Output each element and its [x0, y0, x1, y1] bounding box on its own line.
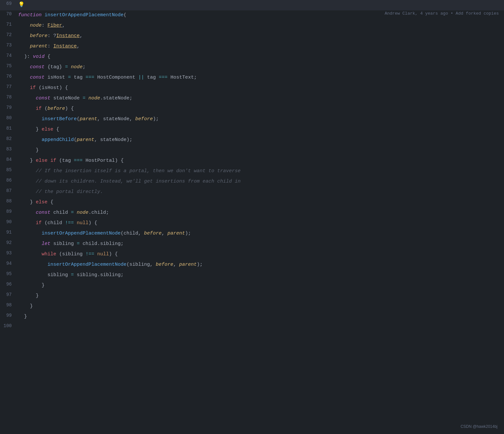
- watermark: CSDN @hawk2014bj: [460, 424, 497, 429]
- line-number-96: 96: [0, 281, 17, 287]
- line-number-79: 79: [0, 104, 17, 110]
- var-before-94: before: [156, 262, 173, 267]
- line-number-70: 70: [0, 11, 17, 17]
- line-number-100: 100: [0, 323, 17, 328]
- line-number-83: 83: [0, 146, 17, 152]
- line-number-82: 82: [0, 135, 17, 141]
- line-number-75: 75: [0, 63, 17, 69]
- var-before-79: before: [47, 106, 65, 111]
- keyword-if-90: if: [36, 220, 42, 226]
- line-content-95: sibling = sibling.sibling;: [17, 271, 504, 280]
- op-eq-78: =: [83, 96, 86, 101]
- comment-85: // If the insertion itself is a portal, …: [36, 168, 241, 174]
- func-name-insert: insertOrAppendPlacementNode: [45, 12, 124, 18]
- var-parent-91: parent: [167, 231, 185, 236]
- func-insert-91: insertOrAppendPlacementNode: [42, 231, 121, 236]
- code-line-96: 96 }: [0, 281, 504, 291]
- line-number-80: 80: [0, 115, 17, 121]
- line-number-94: 94: [0, 260, 17, 266]
- line-content-90: if (child !== null) {: [17, 219, 504, 228]
- code-line-100: 100: [0, 322, 504, 333]
- line-number-84: 84: [0, 156, 17, 162]
- code-line-90: 90 if (child !== null) {: [0, 218, 504, 229]
- keyword-const-78: const: [36, 96, 50, 101]
- var-parent-80: parent: [80, 116, 97, 122]
- line-content-96: }: [17, 281, 504, 290]
- line-content-99: }: [17, 312, 504, 321]
- line-content-77: if (isHost) {: [17, 83, 504, 93]
- line-content-83: }: [17, 146, 504, 155]
- op-eq3-76b: ===: [159, 75, 167, 80]
- op-eq3-76a: ===: [86, 75, 94, 80]
- line-content-76: const isHost = tag === HostComponent || …: [17, 73, 504, 82]
- op-neq-93: !==: [86, 251, 94, 257]
- keyword-if-77: if: [30, 85, 36, 91]
- line-content-73: parent: Instance,: [17, 42, 504, 51]
- var-before-80: before: [135, 116, 153, 122]
- line-content-80: insertBefore(parent, stateNode, before);: [17, 115, 504, 124]
- null-90: null: [77, 220, 88, 226]
- code-line-69: 69 💡: [0, 0, 504, 10]
- code-line-80: 80 insertBefore(parent, stateNode, befor…: [0, 114, 504, 125]
- line-content-86: // down its children. Instead, we'll get…: [17, 177, 504, 186]
- keyword-else-84: else: [36, 158, 47, 163]
- line-number-89: 89: [0, 208, 17, 214]
- line-number-76: 76: [0, 73, 17, 79]
- line-content-84: } else if (tag === HostPortal) {: [17, 156, 504, 165]
- param-node: node: [30, 23, 42, 28]
- func-insert-94: insertOrAppendPlacementNode: [47, 262, 126, 267]
- line-content-89: const child = node.child;: [17, 208, 504, 217]
- line-content-93: while (sibling !== null) {: [17, 250, 504, 259]
- op-eq3-84: ===: [74, 158, 83, 163]
- comment-86: // down its children. Instead, we'll get…: [36, 179, 241, 184]
- git-blame: Andrew Clark, 4 years ago • Add forked c…: [385, 11, 499, 16]
- code-line-82: 82 appendChild(parent, stateNode);: [0, 135, 504, 146]
- code-line-77: 77 if (isHost) {: [0, 83, 504, 94]
- line-content-87: // the portal directly.: [17, 187, 504, 197]
- keyword-const-89: const: [36, 210, 50, 215]
- code-line-88: 88 } else {: [0, 198, 504, 208]
- type-instance: Instance: [53, 44, 77, 49]
- line-number-87: 87: [0, 187, 17, 193]
- keyword-else-81: else: [42, 127, 53, 132]
- op-neq-90: !==: [65, 220, 74, 226]
- line-content-74: ): void {: [17, 52, 504, 61]
- code-line-73: 73 parent: Instance,: [0, 42, 504, 52]
- line-number-99: 99: [0, 312, 17, 318]
- line-content-88: } else {: [17, 198, 504, 207]
- code-line-89: 89 const child = node.child;: [0, 208, 504, 218]
- func-appendchild: appendChild: [42, 137, 74, 143]
- line-content-69: 💡: [17, 0, 504, 10]
- line-number-78: 78: [0, 94, 17, 100]
- keyword-let-92: let: [42, 241, 50, 247]
- null-93: null: [97, 251, 109, 257]
- line-number-73: 73: [0, 42, 17, 48]
- line-number-74: 74: [0, 52, 17, 58]
- type-fiber: Fiber: [47, 23, 62, 28]
- keyword-void: void: [33, 54, 45, 59]
- code-line-93: 93 while (sibling !== null) {: [0, 249, 504, 260]
- code-editor: 69 💡 70 function insertOrAppendPlacement…: [0, 0, 504, 434]
- line-number-90: 90: [0, 219, 17, 224]
- line-content-92: let sibling = child.sibling;: [17, 239, 504, 249]
- code-line-76: 76 const isHost = tag === HostComponent …: [0, 73, 504, 83]
- op-or-76: ||: [138, 75, 144, 80]
- code-line-92: 92 let sibling = child.sibling;: [0, 239, 504, 249]
- var-parent-82: parent: [77, 137, 94, 143]
- keyword-const-75: const: [30, 64, 45, 70]
- param-parent: parent: [30, 44, 47, 49]
- keyword-else-88: else: [36, 199, 47, 205]
- line-number-91: 91: [0, 229, 17, 235]
- keyword-function: function: [18, 12, 42, 18]
- var-node-89: node: [77, 210, 88, 215]
- line-number-97: 97: [0, 291, 17, 297]
- line-content-91: insertOrAppendPlacementNode(child, befor…: [17, 229, 504, 238]
- comment-87: // the portal directly.: [36, 189, 103, 195]
- line-content-97: }: [17, 291, 504, 300]
- line-content-72: before: ?Instance,: [17, 32, 504, 41]
- code-line-74: 74 ): void {: [0, 52, 504, 62]
- line-content-78: const stateNode = node.stateNode;: [17, 94, 504, 103]
- line-content-82: appendChild(parent, stateNode);: [17, 135, 504, 145]
- lightbulb-icon: 💡: [18, 2, 25, 8]
- code-line-91: 91 insertOrAppendPlacementNode(child, be…: [0, 229, 504, 239]
